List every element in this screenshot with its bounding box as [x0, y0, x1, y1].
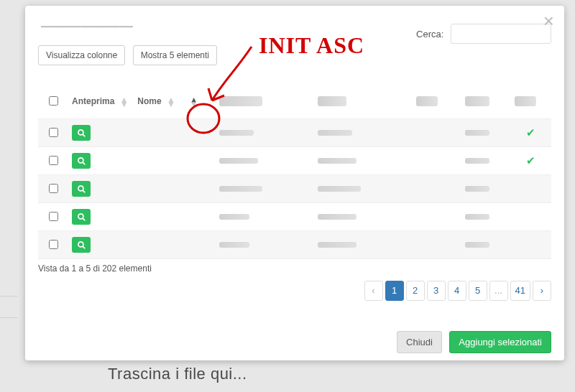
pager-page[interactable]: 5	[469, 281, 487, 301]
table-row	[38, 230, 551, 258]
col-redacted[interactable]	[416, 96, 438, 106]
col-redacted[interactable]	[219, 96, 262, 106]
table-info: Vista da 1 a 5 di 202 elementi	[38, 263, 551, 274]
columns-visibility-button[interactable]: Visualizza colonne	[38, 45, 125, 65]
preview-button[interactable]	[72, 181, 91, 197]
svg-point-0	[78, 129, 83, 134]
cell-redacted	[465, 242, 489, 248]
svg-point-2	[78, 157, 83, 162]
dropzone-hint: Trascina i file qui...	[108, 365, 247, 383]
sort-icon[interactable]: ▲▼	[120, 98, 129, 106]
preview-button[interactable]	[72, 209, 91, 225]
svg-line-9	[83, 246, 85, 248]
table-row: ✔	[38, 146, 551, 174]
row-checkbox[interactable]	[49, 156, 58, 165]
pager-prev: ‹	[364, 281, 383, 301]
sort-icon-init-asc[interactable]: ▲▼	[190, 98, 198, 106]
col-preview[interactable]: Anteprima	[72, 96, 114, 106]
close-icon[interactable]: ×	[543, 11, 554, 30]
cell-redacted	[465, 186, 489, 192]
col-redacted[interactable]	[318, 96, 346, 106]
row-checkbox[interactable]	[49, 212, 58, 221]
cell-redacted	[219, 158, 258, 164]
cell-redacted	[465, 130, 489, 136]
cell-redacted	[465, 214, 489, 220]
pager-page[interactable]: 1	[385, 281, 404, 301]
add-selected-button[interactable]: Aggiungi selezionati	[449, 331, 551, 353]
preview-button[interactable]	[72, 153, 91, 169]
pagination: ‹12345...41›	[362, 281, 551, 301]
search-input[interactable]	[451, 24, 551, 44]
pager-page[interactable]: 4	[448, 281, 466, 301]
cell-redacted	[318, 214, 356, 220]
svg-point-4	[78, 185, 83, 190]
cell-redacted	[219, 214, 249, 220]
cell-redacted	[318, 130, 352, 136]
cell-redacted	[219, 186, 262, 192]
search-label: Cerca:	[416, 29, 443, 39]
preview-button[interactable]	[72, 125, 91, 141]
pager-next[interactable]: ›	[533, 281, 551, 301]
cell-redacted	[465, 158, 489, 164]
row-checkbox[interactable]	[49, 128, 58, 137]
cell-redacted	[318, 158, 356, 164]
col-redacted[interactable]	[465, 96, 489, 106]
check-icon: ✔	[515, 126, 547, 139]
close-button[interactable]: Chiudi	[397, 331, 442, 353]
page-length-button[interactable]: Mostra 5 elementi	[133, 45, 217, 65]
cell-redacted	[219, 242, 249, 248]
cell-redacted	[219, 130, 254, 136]
table-row	[38, 202, 551, 230]
svg-point-6	[78, 213, 83, 218]
row-checkbox[interactable]	[49, 184, 58, 193]
row-checkbox[interactable]	[49, 240, 58, 249]
svg-line-7	[83, 218, 85, 220]
cell-redacted	[318, 186, 361, 192]
pager-page[interactable]: 2	[406, 281, 425, 301]
cell-redacted	[318, 242, 356, 248]
sort-icon[interactable]: ▲▼	[167, 98, 175, 106]
svg-line-3	[83, 162, 85, 164]
svg-point-8	[78, 241, 83, 246]
svg-line-1	[83, 134, 85, 136]
search-wrap: Cerca:	[416, 24, 551, 44]
col-redacted[interactable]	[515, 96, 536, 106]
check-icon: ✔	[515, 154, 547, 167]
table-row: ✔	[38, 118, 551, 146]
svg-line-5	[83, 190, 85, 192]
pager-ellipsis: ...	[489, 281, 508, 301]
pager-page[interactable]: 3	[427, 281, 446, 301]
col-name[interactable]: Nome	[137, 96, 161, 106]
modal-dialog: × ——————— Visualizza colonne Mostra 5 el…	[25, 6, 564, 360]
select-all-checkbox[interactable]	[49, 96, 58, 106]
table-row	[38, 174, 551, 202]
data-table: Anteprima ▲▼ Nome ▲▼ ▲▼	[38, 84, 551, 259]
pager-page[interactable]: 41	[510, 281, 530, 301]
preview-button[interactable]	[72, 237, 91, 253]
